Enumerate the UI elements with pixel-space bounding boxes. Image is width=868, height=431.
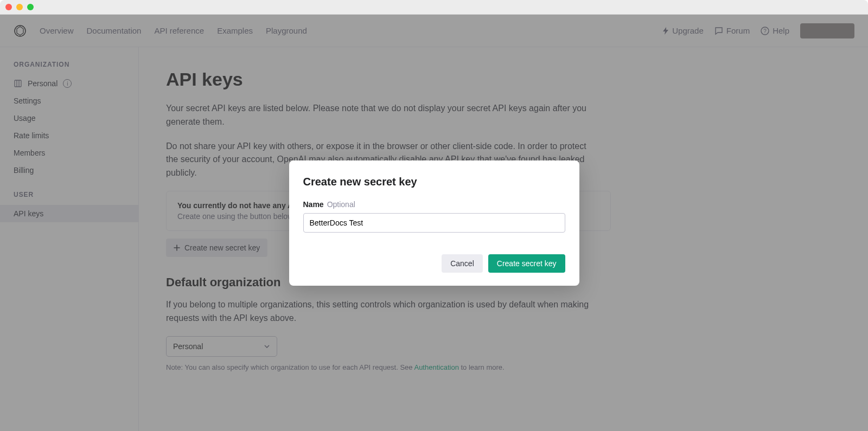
close-window-icon[interactable]	[5, 4, 12, 10]
cancel-button[interactable]: Cancel	[442, 254, 483, 273]
minimize-window-icon[interactable]	[16, 4, 23, 10]
optional-label: Optional	[327, 200, 355, 209]
name-field-label: NameOptional	[303, 200, 565, 209]
maximize-window-icon[interactable]	[27, 4, 34, 10]
modal-title: Create new secret key	[303, 176, 565, 188]
window-titlebar	[0, 0, 868, 15]
name-label-text: Name	[303, 200, 324, 209]
create-key-modal: Create new secret key NameOptional Cance…	[289, 160, 579, 286]
modal-overlay[interactable]: Create new secret key NameOptional Cance…	[0, 15, 868, 431]
create-secret-key-button[interactable]: Create secret key	[488, 254, 565, 273]
key-name-input[interactable]	[303, 213, 565, 233]
